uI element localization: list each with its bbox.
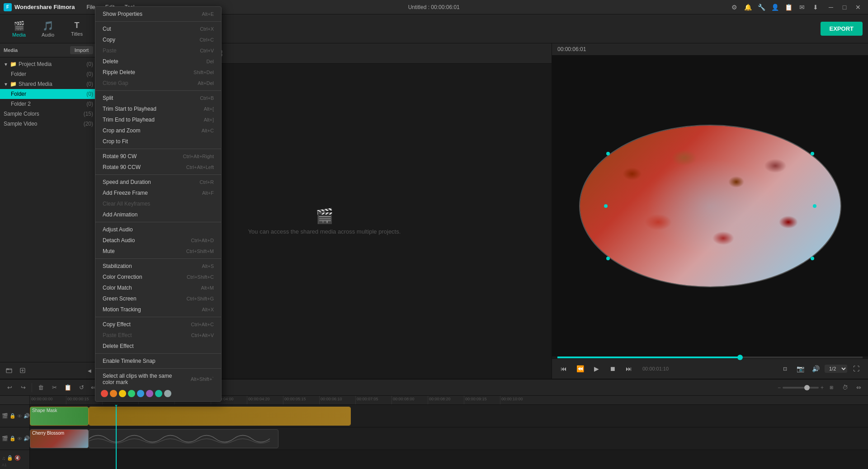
rotate-button[interactable]: ↺ [75,382,87,394]
track-2-lock[interactable]: 🔒 [9,436,16,441]
clock-button[interactable]: ⏱ [839,382,851,394]
shared-media-section[interactable]: ▼ 📁 Shared Media (0) [0,79,97,89]
track-1-eye[interactable]: 👁 [17,413,22,419]
crop-handle-tr[interactable] [811,152,814,155]
sample-colors-item[interactable]: Sample Colors (15) [0,109,97,119]
account-icon[interactable]: 👤 [769,2,780,13]
clip-cherry-blossom[interactable]: Cherry Blossom [30,429,89,448]
cm-show-properties[interactable]: Show Properties Alt+E [95,9,221,19]
add-item-button[interactable] [17,365,28,376]
cm-copy-effect[interactable]: Copy Effect Ctrl+Alt+C [95,319,221,330]
cm-rotate-ccw[interactable]: Rotate 90 CCW Ctrl+Alt+Left [95,162,221,173]
cm-paste-effect[interactable]: Paste Effect Ctrl+Alt+V [95,330,221,341]
cm-green-screen[interactable]: Green Screen Ctrl+Shift+G [95,293,221,304]
cm-trim-end[interactable]: Trim End to Playhead Alt+] [95,114,221,125]
color-mark-yellow[interactable] [119,390,126,397]
cm-delete[interactable]: Delete Del [95,56,221,67]
color-mark-gray[interactable] [164,390,171,397]
snapshot-button[interactable]: 📷 [794,362,807,375]
color-mark-red[interactable] [101,390,108,397]
notification-icon[interactable]: 🔔 [742,2,753,13]
shared-media-folder2[interactable]: Folder 2 (0) [0,99,97,109]
cm-select-color-mark[interactable]: Select all clips with the same color mar… [95,371,221,388]
zoom-slider[interactable] [783,387,819,389]
project-media-folder[interactable]: Folder (0) [0,69,97,79]
cm-split[interactable]: Split Ctrl+B [95,93,221,103]
clip-audio-wave[interactable] [89,429,278,448]
cut-button[interactable]: ✂ [48,382,60,394]
close-button[interactable]: ✕ [852,1,864,14]
cm-trim-start[interactable]: Trim Start to Playhead Alt+[ [95,103,221,114]
crop-handle-mr[interactable] [813,204,816,208]
toolbar-media-tab[interactable]: 🎬 Media [5,16,33,42]
cm-delete-effect[interactable]: Delete Effect [95,341,221,352]
stop-button[interactable]: ⏹ [606,362,619,375]
play-button[interactable]: ▶ [590,362,603,375]
cm-rotate-cw[interactable]: Rotate 90 CW Ctrl+Alt+Right [95,151,221,162]
minimize-button[interactable]: ─ [825,1,837,14]
cm-ripple-delete[interactable]: Ripple Delete Shift+Del [95,67,221,78]
crop-handle-tl[interactable] [606,152,610,155]
delete-clip-button[interactable]: 🗑 [35,382,47,394]
cm-add-animation[interactable]: Add Animation [95,209,221,220]
track-1-lock[interactable]: 🔒 [9,413,16,419]
cm-detach-audio[interactable]: Detach Audio Ctrl+Alt+D [95,235,221,246]
undo-button[interactable]: ↩ [4,382,15,394]
cm-paste[interactable]: Paste Ctrl+V [95,45,221,56]
cm-enable-snap[interactable]: Enable Timeline Snap [95,356,221,366]
color-mark-blue[interactable] [137,390,144,397]
cm-crop-fit[interactable]: Crop to Fit [95,136,221,147]
cm-close-gap[interactable]: Close Gap Alt+Del [95,78,221,89]
cm-motion-tracking[interactable]: Motion Tracking Alt+X [95,304,221,315]
color-mark-orange[interactable] [110,390,117,397]
cm-copy[interactable]: Copy Ctrl+C [95,34,221,45]
shared-media-folder[interactable]: Folder (0) [0,89,97,99]
settings-icon[interactable]: ⚙ [729,2,740,13]
toolbar-audio-tab[interactable]: 🎵 Audio [34,16,61,42]
crop-handle-br[interactable] [811,257,814,260]
cm-color-match[interactable]: Color Match Alt+M [95,282,221,293]
mail-icon[interactable]: ✉ [797,2,807,13]
skip-forward-button[interactable]: ⏭ [623,362,635,375]
toolbar-titles-tab[interactable]: T Titles [63,16,90,42]
crop-handle-ml[interactable] [604,204,608,208]
fit-button[interactable]: ⊞ [826,382,837,394]
download-icon[interactable]: ⬇ [810,2,821,13]
prev-frame-button[interactable]: ⏪ [574,362,586,375]
cm-color-correction[interactable]: Color Correction Ctrl+Shift+C [95,272,221,282]
track-audio-lock[interactable]: 🔒 [7,455,13,461]
cm-cut[interactable]: Cut Ctrl+X [95,23,221,34]
sample-video-item[interactable]: Sample Video (20) [0,119,97,129]
plugin-icon[interactable]: 🔧 [756,2,767,13]
project-media-section[interactable]: ▼ 📁 Project Media (0) [0,59,97,69]
redo-button[interactable]: ↪ [17,382,29,394]
color-mark-purple[interactable] [146,390,153,397]
maximize-button[interactable]: □ [838,1,851,14]
color-mark-teal[interactable] [155,390,162,397]
fullscreen-button[interactable]: ⛶ [850,362,863,375]
copy-timeline-button[interactable]: 📋 [62,382,74,394]
cm-crop-zoom[interactable]: Crop and Zoom Alt+C [95,125,221,136]
zoom-out-button[interactable]: − [778,385,781,391]
aspect-ratio-button[interactable]: ⊡ [778,362,791,375]
cm-freeze-frame[interactable]: Add Freeze Frame Alt+F [95,188,221,198]
collapse-panel-button[interactable]: ◀ [86,367,93,374]
zoom-in-button[interactable]: + [821,385,824,391]
add-folder-button[interactable] [4,365,14,376]
cm-mute[interactable]: Mute Ctrl+Shift+M [95,246,221,257]
import-button[interactable]: Import [70,46,93,54]
expand-timeline-button[interactable]: ⇔ [853,382,864,394]
volume-button[interactable]: 🔊 [809,362,822,375]
cm-speed-duration[interactable]: Speed and Duration Ctrl+R [95,177,221,188]
track-2-eye[interactable]: 👁 [17,436,22,441]
track-audio-mute[interactable]: 🔇 [14,455,21,461]
skip-back-button[interactable]: ⏮ [557,362,570,375]
clipboard-icon[interactable]: 📋 [783,2,794,13]
crop-handle-bl[interactable] [606,257,610,260]
cm-adjust-audio[interactable]: Adjust Audio [95,224,221,235]
clip-shape-mask[interactable]: Shape Mask [30,407,89,426]
clip-video-long[interactable] [89,407,351,426]
quality-select[interactable]: 1/2 1/4 Full [825,365,847,373]
track-2-audio[interactable]: 🔊 [24,436,30,441]
cm-clear-keyframes[interactable]: Clear All Keyframes [95,198,221,209]
